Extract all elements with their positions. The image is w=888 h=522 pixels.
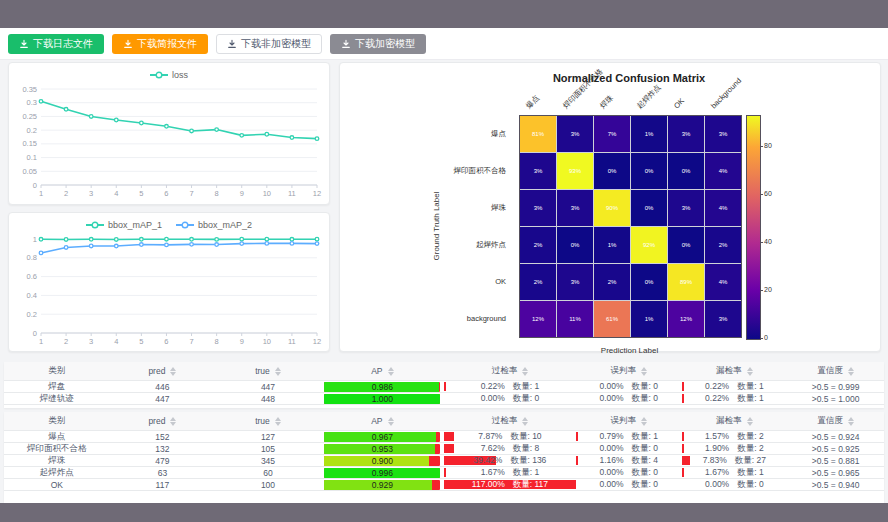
column-header-漏检率[interactable]: 漏检率	[682, 362, 788, 380]
sort-carets-icon[interactable]	[848, 367, 854, 376]
rate-bar-cell: 0.00%数量: 0	[576, 467, 682, 478]
miss-rate: 1.67%数量: 1	[682, 467, 788, 478]
class-name: 焊盘	[4, 381, 110, 392]
table-header-row: 类别predtrueAP过检率误判率漏检率置信度	[4, 362, 884, 381]
download-encrypted-model-button[interactable]: 下载加密模型	[330, 34, 426, 54]
sort-carets-icon[interactable]	[747, 367, 753, 376]
true-value: 345	[215, 455, 321, 466]
column-header-pred[interactable]: pred	[110, 362, 216, 380]
svg-text:7: 7	[189, 337, 193, 346]
class-name: 焊珠	[4, 455, 110, 466]
column-header-误判率[interactable]: 误判率	[576, 362, 682, 380]
rate-bar-cell: 7.62%数量: 8	[444, 443, 576, 454]
miss-rate: 0.22%数量: 1	[682, 381, 788, 392]
over-rate: 0.00%数量: 0	[444, 393, 576, 404]
legend-item-loss[interactable]: loss	[150, 70, 188, 80]
svg-text:9: 9	[240, 337, 244, 346]
svg-text:9: 9	[240, 189, 244, 198]
sort-carets-icon[interactable]	[641, 417, 647, 426]
cm-cell-5-2: 61%	[594, 301, 630, 337]
result-table-2: 类别predtrueAP过检率误判率漏检率置信度爆点1521270.9677.8…	[4, 412, 884, 503]
class-name: 爆点	[4, 431, 110, 442]
ap-bar-cell: 0.967	[321, 431, 444, 442]
pred-value: 446	[110, 381, 216, 392]
over-rate: 0.22%数量: 1	[444, 381, 576, 392]
sort-carets-icon[interactable]	[747, 417, 753, 426]
sort-carets-icon[interactable]	[522, 367, 528, 376]
column-header-AP[interactable]: AP	[321, 362, 444, 380]
cm-cell-4-5: 4%	[705, 264, 741, 300]
svg-text:6: 6	[164, 189, 168, 198]
cb-tick-label: 60	[764, 190, 772, 197]
svg-text:5: 5	[139, 189, 143, 198]
class-name: 焊缝轨迹	[4, 393, 110, 404]
legend-item-bbox_mAP_1[interactable]: bbox_mAP_1	[86, 220, 162, 230]
cm-cell-0-4: 3%	[668, 116, 704, 152]
svg-text:1: 1	[39, 337, 43, 346]
true-value: 448	[215, 393, 321, 404]
column-header-过检率[interactable]: 过检率	[444, 362, 576, 380]
mis-rate: 0.00%数量: 0	[576, 467, 682, 478]
svg-text:0.4: 0.4	[27, 291, 37, 300]
confidence: >0.5 = 0.940	[787, 479, 884, 490]
column-header-误判率[interactable]: 误判率	[576, 412, 682, 430]
sort-carets-icon[interactable]	[388, 367, 394, 376]
column-header-类别: 类别	[4, 412, 110, 430]
sort-carets-icon[interactable]	[170, 367, 176, 376]
download-unencrypted-model-button[interactable]: 下载非加密模型	[216, 34, 322, 54]
ap-bar: 0.967	[324, 432, 440, 442]
over-rate: 1.67%数量: 1	[444, 467, 576, 478]
cm-cell-4-2: 2%	[594, 264, 630, 300]
svg-text:2: 2	[64, 337, 68, 346]
legend-line-icon	[176, 221, 194, 229]
column-header-置信度[interactable]: 置信度	[787, 362, 884, 380]
download-report-button[interactable]: 下载简报文件	[112, 34, 208, 54]
cm-cell-5-3: 1%	[631, 301, 667, 337]
download-log-button[interactable]: 下载日志文件	[8, 34, 104, 54]
cb-tick-mark	[760, 194, 763, 195]
table-row: 起焊炸点63600.9961.67%数量: 10.00%数量: 01.67%数量…	[4, 467, 884, 479]
svg-text:10: 10	[263, 189, 271, 198]
ap-bar-cell: 1.000	[321, 393, 444, 404]
cm-cell-4-0: 2%	[520, 264, 556, 300]
svg-text:4: 4	[114, 189, 118, 198]
svg-text:1: 1	[33, 235, 37, 244]
sort-carets-icon[interactable]	[641, 367, 647, 376]
cb-tick-label: 0	[764, 334, 768, 341]
cm-row-label: 焊珠	[340, 189, 513, 226]
column-header-漏检率[interactable]: 漏检率	[682, 412, 788, 430]
svg-text:6: 6	[164, 337, 168, 346]
loss-legend: loss	[9, 63, 329, 83]
sort-carets-icon[interactable]	[170, 417, 176, 426]
download-icon	[341, 39, 351, 49]
rate-bar	[682, 456, 690, 465]
sort-carets-icon[interactable]	[275, 367, 281, 376]
table-row: 爆点1521270.9677.87%数量: 100.79%数量: 11.57%数…	[4, 431, 884, 443]
column-header-类别: 类别	[4, 362, 110, 380]
column-header-true[interactable]: true	[215, 362, 321, 380]
cm-cell-2-0: 3%	[520, 190, 556, 226]
column-header-AP[interactable]: AP	[321, 412, 444, 430]
ap-bar-cell: 0.996	[321, 467, 444, 478]
cm-cell-1-5: 4%	[705, 153, 741, 189]
pred-value: 117	[110, 479, 216, 490]
sort-carets-icon[interactable]	[522, 417, 528, 426]
cm-row-labels: 爆点焊印面积不合格焊珠起焊炸点OKbackground	[340, 115, 513, 337]
rate-bar-cell: 0.00%数量: 0	[444, 393, 576, 404]
rate-bar	[444, 444, 454, 453]
map-chart-card: bbox_mAP_1bbox_mAP_2 00.20.40.60.8112345…	[8, 212, 330, 352]
column-header-pred[interactable]: pred	[110, 412, 216, 430]
svg-text:0: 0	[33, 181, 37, 190]
sort-carets-icon[interactable]	[388, 417, 394, 426]
legend-item-bbox_mAP_2[interactable]: bbox_mAP_2	[176, 220, 252, 230]
column-header-置信度[interactable]: 置信度	[787, 412, 884, 430]
column-header-true[interactable]: true	[215, 412, 321, 430]
true-value: 105	[215, 443, 321, 454]
column-header-过检率[interactable]: 过检率	[444, 412, 576, 430]
sort-carets-icon[interactable]	[848, 417, 854, 426]
cb-tick-mark	[760, 146, 763, 147]
rate-bar	[576, 456, 578, 465]
svg-text:0: 0	[33, 329, 37, 338]
sort-carets-icon[interactable]	[275, 417, 281, 426]
rate-bar-cell: 0.00%数量: 0	[576, 443, 682, 454]
